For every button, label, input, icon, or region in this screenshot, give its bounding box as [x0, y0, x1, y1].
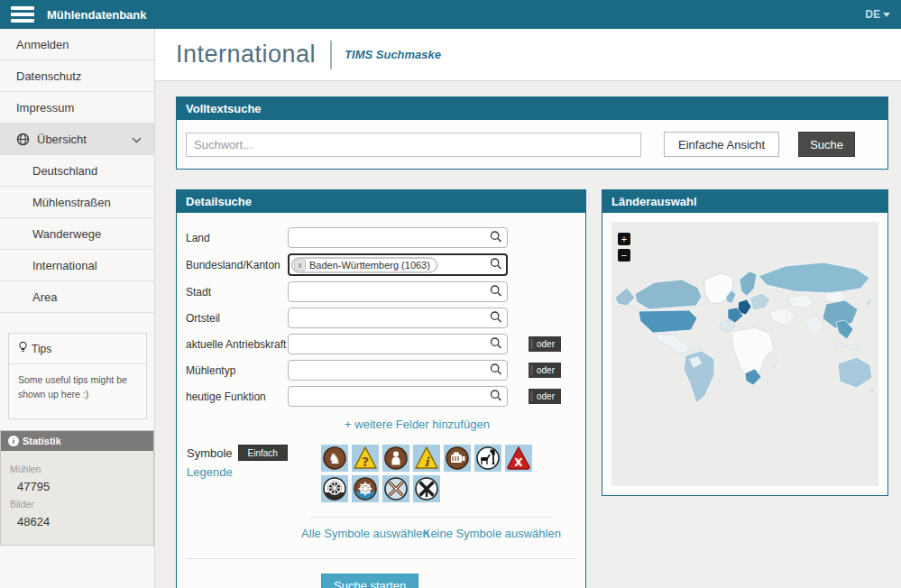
language-label: DE: [865, 8, 880, 21]
top-header-bar: Mühlendatenbank DE: [0, 0, 901, 29]
tips-text: Some useful tips might be shown up here …: [9, 364, 146, 418]
page-title: International: [176, 41, 316, 69]
watermill-gear-icon[interactable]: [352, 475, 379, 502]
tag-label: Baden-Württemberg (1063): [309, 260, 430, 271]
windmill-ruin-icon[interactable]: [413, 475, 440, 502]
manual-mill-icon[interactable]: [382, 445, 409, 472]
app-title[interactable]: Mühlendatenbank: [47, 8, 147, 22]
sidebar-item-impressum[interactable]: Impressum: [0, 92, 154, 124]
info-warning-icon[interactable]: i: [413, 445, 440, 472]
engine-mill-icon[interactable]: [444, 445, 471, 472]
stat-label-muehlen: Mühlen: [10, 464, 144, 474]
windmill-post-icon[interactable]: [382, 475, 409, 502]
add-fields-link[interactable]: + weitere Felder hinzufügen: [345, 418, 490, 431]
search-icon[interactable]: [489, 283, 502, 300]
world-map[interactable]: + −: [611, 222, 878, 486]
map-zoom-in-button[interactable]: +: [618, 233, 630, 245]
search-icon[interactable]: [489, 388, 502, 405]
chevron-down-icon: [132, 133, 142, 146]
tips-title: Tips: [32, 343, 51, 355]
ortsteil-input[interactable]: [288, 308, 508, 328]
sidebar-item-deutschland[interactable]: Deutschland: [0, 155, 154, 187]
lightbulb-icon: [18, 341, 28, 356]
tips-header: Tips: [9, 334, 146, 364]
sidebar: Anmelden Datenschutz Impressum Übersicht…: [0, 29, 155, 588]
chevron-down-icon: [883, 13, 890, 17]
search-icon[interactable]: [489, 335, 502, 353]
detail-search-panel: Detailsuche Land Bun: [176, 189, 586, 588]
svg-text:♞: ♞: [328, 450, 341, 467]
search-icon[interactable]: [489, 256, 502, 273]
search-icon[interactable]: [489, 362, 502, 379]
main-content: International TIMS Suchmaske Volltextsuc…: [155, 29, 901, 588]
einfach-button[interactable]: Einfach: [238, 445, 288, 461]
stadt-input[interactable]: [288, 281, 508, 302]
selected-filter-tag: x Baden-Württemberg (1063): [291, 257, 437, 272]
oder-toggle-button[interactable]: oder: [529, 389, 561, 404]
country-panel-header: Länderauswahl: [602, 190, 887, 213]
world-map-svg: [611, 222, 878, 486]
field-label-muehlentyp: Mühlentyp: [186, 364, 288, 377]
search-icon[interactable]: [489, 229, 502, 246]
statistics-box: i Statistik Mühlen 47795 Bilder 48624: [0, 430, 154, 546]
select-none-symbols-link[interactable]: Keine Symbole auswählen: [423, 527, 561, 540]
waterwheel-icon[interactable]: [321, 475, 348, 502]
search-button[interactable]: Suche: [798, 132, 855, 157]
sidebar-item-uebersicht[interactable]: Übersicht: [0, 124, 154, 155]
detail-panel-header: Detailsuche: [177, 190, 585, 213]
sidebar-item-international[interactable]: International: [0, 250, 154, 281]
app-window: Mühlendatenbank DE Anmelden Datenschutz …: [0, 0, 901, 588]
field-label-stadt: Stadt: [186, 286, 288, 299]
field-label-ortsteil: Ortsteil: [186, 312, 288, 325]
fulltext-search-input[interactable]: [186, 133, 641, 157]
sidebar-item-muehlenstrassen[interactable]: Mühlenstraßen: [0, 187, 154, 218]
animal-powered-mill-icon[interactable]: [474, 445, 501, 472]
closed-mill-icon[interactable]: X: [505, 445, 532, 472]
start-search-button[interactable]: Suche starten: [321, 574, 418, 588]
language-selector[interactable]: DE: [865, 8, 890, 21]
tips-box: Tips Some useful tips might be shown up …: [8, 333, 147, 419]
select-all-symbols-link[interactable]: Alle Symbole auswählen: [301, 527, 429, 540]
sidebar-item-wanderwege[interactable]: Wanderwege: [0, 218, 154, 250]
fulltext-search-panel: Volltextsuche Einfache Ansicht Suche: [176, 96, 888, 170]
oder-toggle-button[interactable]: oder: [529, 336, 561, 352]
sidebar-item-datenschutz[interactable]: Datenschutz: [0, 60, 154, 92]
unknown-warning-icon[interactable]: ?: [352, 445, 379, 472]
funktion-input[interactable]: [288, 386, 508, 407]
svg-text:?: ?: [362, 455, 369, 469]
sidebar-item-area[interactable]: Area: [0, 281, 154, 313]
antriebskraft-input[interactable]: [288, 334, 508, 354]
statistics-title: Statistik: [23, 436, 61, 446]
info-icon: i: [8, 436, 19, 446]
oder-toggle-button[interactable]: oder: [529, 363, 561, 378]
symbols-divider: [310, 517, 552, 518]
symbol-grid: ♞ ? i: [321, 445, 538, 502]
field-label-land: Land: [186, 232, 288, 244]
field-label-funktion: heutige Funktion: [186, 390, 288, 403]
country-selection-panel: Länderauswahl + −: [602, 189, 888, 496]
horse-mill-icon[interactable]: ♞: [321, 445, 348, 472]
fulltext-panel-header: Volltextsuche: [177, 97, 887, 120]
field-label-antriebskraft: aktuelle Antriebskraft: [186, 338, 288, 351]
remove-tag-icon[interactable]: x: [294, 259, 306, 271]
svg-text:X: X: [514, 456, 523, 469]
page-title-bar: International TIMS Suchmaske: [155, 29, 901, 81]
map-zoom-out-button[interactable]: −: [618, 249, 630, 262]
symbols-label: Symbole: [187, 446, 233, 460]
field-label-bundesland: Bundesland/Kanton: [186, 259, 288, 271]
search-icon[interactable]: [489, 309, 502, 326]
muehlentyp-input[interactable]: [288, 360, 508, 381]
stat-value-muehlen: 47795: [17, 480, 144, 493]
simple-view-button[interactable]: Einfache Ansicht: [664, 132, 779, 157]
sidebar-item-anmelden[interactable]: Anmelden: [0, 29, 154, 60]
legende-link[interactable]: Legende: [187, 465, 233, 479]
title-separator: [330, 41, 332, 69]
stat-label-bilder: Bilder: [10, 499, 144, 510]
page-subtitle: TIMS Suchmaske: [345, 48, 441, 61]
land-input[interactable]: [288, 227, 508, 248]
menu-icon[interactable]: [11, 6, 34, 23]
globe-icon: [16, 133, 30, 146]
stat-value-bilder: 48624: [17, 515, 144, 528]
statistics-header: i Statistik: [1, 431, 153, 451]
